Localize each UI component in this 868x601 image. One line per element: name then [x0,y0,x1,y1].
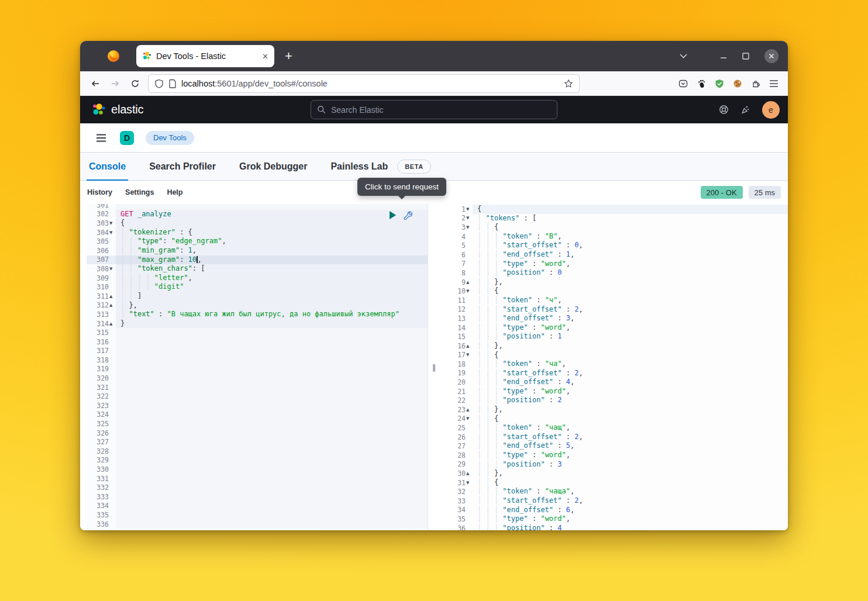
code-line[interactable]: 328 [87,447,428,456]
code-line[interactable]: 311▲│ │ ] [87,292,428,301]
code-line[interactable]: 331 [87,474,428,483]
code-line[interactable]: 26│ │ │ "start_offset" : 2, [440,433,788,442]
firefox-logo-icon[interactable] [107,50,120,63]
code-line[interactable]: 25│ │ │ "token" : "чащ", [440,423,788,433]
code-line[interactable]: 17▼│ │ { [440,351,788,360]
tab-close-icon[interactable]: ✕ [262,53,268,60]
code-line[interactable]: 33│ │ │ "start_offset" : 2, [440,496,788,506]
space-badge[interactable]: D [120,131,134,145]
help-icon[interactable] [719,105,729,115]
cookie-icon[interactable] [733,79,742,88]
new-tab-button[interactable]: + [285,50,292,63]
code-line[interactable]: 323 [87,401,428,410]
response-editor[interactable]: 1▼{2▼│ "tokens" : [3▼│ │ {4│ │ │ "token"… [440,204,788,530]
code-line[interactable]: 306│ │ "min_gram": 1, [87,246,428,255]
code-line[interactable]: 317 [87,347,428,356]
code-line[interactable]: 301 [87,204,428,210]
tab-painless-lab[interactable]: Painless Lab [328,153,390,180]
code-line[interactable]: 34│ │ │ "end_offset" : 6, [440,506,788,515]
code-line[interactable]: 23▲│ │ }, [440,405,788,415]
code-line[interactable]: 334 [87,502,428,511]
code-line[interactable]: 310│ │ │ │ "digit" [87,282,428,292]
gnome-extension-icon[interactable] [697,79,706,88]
tab-search-profiler[interactable]: Search Profiler [147,153,218,180]
back-icon[interactable] [91,79,100,88]
tab-grok-debugger[interactable]: Grok Debugger [237,153,309,180]
pane-resize-handle[interactable]: ‖ [428,204,440,530]
code-line[interactable]: 14│ │ │ "type" : "word", [440,323,788,333]
pocket-icon[interactable] [678,79,688,88]
code-line[interactable]: 22│ │ │ "position" : 2 [440,396,788,405]
tab-console[interactable]: Console [87,153,128,180]
code-line[interactable]: 29│ │ │ "position" : 3 [440,460,788,469]
fold-toggle-icon[interactable]: ▼ [466,289,473,293]
settings-button[interactable]: Settings [125,188,154,196]
wrench-icon[interactable] [403,210,412,220]
code-line[interactable]: 324 [87,410,428,420]
fold-toggle-icon[interactable]: ▼ [466,225,473,230]
request-editor[interactable]: 301302GET _analyze303▼{304▼│ "tokenizer"… [87,204,428,530]
code-line[interactable]: 3▼│ │ { [440,223,788,232]
code-line[interactable]: 302GET _analyze [87,210,428,219]
code-line[interactable]: 31▼│ │ { [440,478,788,488]
code-line[interactable]: 10▼│ │ { [440,286,788,296]
page-info-icon[interactable] [168,79,177,88]
browser-tab[interactable]: Dev Tools - Elastic ✕ [136,45,274,67]
code-line[interactable]: 305│ │ "type": "edge_ngram", [87,237,428,246]
news-icon[interactable] [740,105,750,115]
code-line[interactable]: 308▼│ │ "token_chars": [ [87,264,428,274]
code-line[interactable]: 329 [87,456,428,465]
code-line[interactable]: 16▲│ │ }, [440,341,788,351]
code-line[interactable]: 312▲│ }, [87,301,428,310]
extensions-puzzle-icon[interactable] [751,79,760,88]
code-line[interactable]: 332 [87,483,428,492]
code-line[interactable]: 322 [87,392,428,401]
code-line[interactable]: 8│ │ │ "position" : 0 [440,268,788,278]
code-line[interactable]: 18│ │ │ "token" : "ча", [440,360,788,369]
code-line[interactable]: 20│ │ │ "end_offset" : 4, [440,378,788,387]
code-line[interactable]: 303▼{ [87,219,428,228]
code-line[interactable]: 318 [87,355,428,365]
fold-toggle-icon[interactable]: ▼ [466,416,473,421]
bookmark-star-icon[interactable] [564,79,573,88]
fold-toggle-icon[interactable]: ▼ [109,230,116,235]
code-line[interactable]: 35│ │ │ "type" : "word", [440,514,788,524]
code-line[interactable]: 315 [87,328,428,337]
code-line[interactable]: 309│ │ │ │ "letter", [87,274,428,283]
fold-toggle-icon[interactable]: ▲ [466,407,473,412]
nav-menu-icon[interactable] [96,133,106,143]
code-line[interactable]: 326 [87,429,428,438]
code-line[interactable]: 320 [87,374,428,383]
fold-toggle-icon[interactable]: ▼ [466,481,473,485]
code-line[interactable]: 19│ │ │ "start_offset" : 2, [440,369,788,378]
code-line[interactable]: 313│ "text" : "В чащах юга жил был цитру… [87,310,428,319]
fold-toggle-icon[interactable]: ▲ [466,471,473,476]
code-line[interactable]: 27│ │ │ "end_offset" : 5, [440,441,788,451]
fold-toggle-icon[interactable]: ▼ [466,207,473,212]
history-button[interactable]: History [87,188,112,196]
tracking-shield-icon[interactable] [154,79,164,88]
breadcrumb[interactable]: Dev Tools [146,131,194,145]
code-line[interactable]: 32│ │ │ "token" : "чаща", [440,487,788,496]
code-line[interactable]: 5│ │ │ "start_offset" : 0, [440,241,788,250]
close-icon[interactable] [764,49,779,63]
code-line[interactable]: 36│ │ │ "position" : 4 [440,524,788,530]
fold-toggle-icon[interactable]: ▼ [109,221,116,226]
code-line[interactable]: 325 [87,419,428,429]
code-line[interactable]: 336 [87,520,428,529]
help-button[interactable]: Help [167,188,182,196]
tab-list-chevron-icon[interactable] [680,54,687,58]
code-line[interactable]: 307│ │ "max_gram": 10, [87,255,428,265]
code-line[interactable]: 30▲│ │ }, [440,469,788,478]
fold-toggle-icon[interactable]: ▲ [466,280,473,285]
code-line[interactable]: 13│ │ │ "end_offset" : 3, [440,314,788,323]
minimize-icon[interactable] [720,53,727,60]
code-line[interactable]: 12│ │ │ "start_offset" : 2, [440,305,788,315]
code-line[interactable]: 314▲} [87,319,428,329]
code-line[interactable]: 327 [87,437,428,447]
search-input[interactable]: Search Elastic [311,100,557,119]
fold-toggle-icon[interactable]: ▲ [109,294,116,299]
maximize-icon[interactable] [742,53,749,60]
url-bar[interactable]: localhost:5601/app/dev_tools#/console [148,74,580,93]
code-line[interactable]: 304▼│ "tokenizer" : { [87,228,428,237]
